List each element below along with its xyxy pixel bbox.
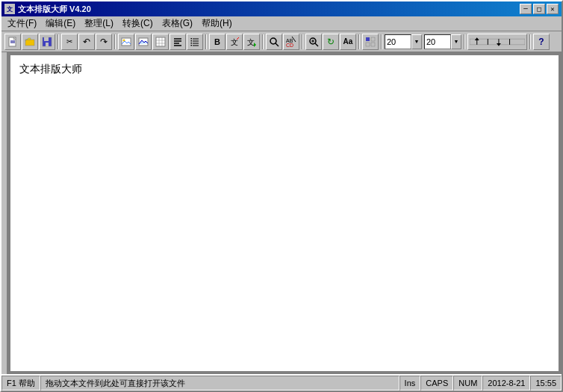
new-button[interactable]: [4, 34, 21, 50]
svg-rect-46: [371, 43, 375, 46]
save-button[interactable]: [39, 34, 55, 50]
num-indicator: NUM: [453, 376, 482, 391]
refresh-icon: ↻: [325, 36, 337, 48]
undo-button[interactable]: ↶: [78, 34, 95, 50]
date-display: 2012-8-21: [482, 376, 530, 391]
help-key-segment: F1 帮助: [1, 376, 40, 391]
toolbar-sep-1: [57, 34, 59, 49]
charmap-button[interactable]: Aа: [340, 34, 356, 50]
window-title: 文本排版大师 V4.20: [18, 4, 91, 15]
toolbar-sep-3: [205, 34, 207, 49]
format1-icon: 文: [228, 36, 240, 48]
svg-line-35: [276, 43, 279, 46]
svg-rect-27: [191, 40, 193, 42]
font-size-2-value: 20: [424, 34, 451, 49]
status-bar: F1 帮助 拖动文本文件到此处可直接打开该文件 Ins CAPS NUM 201…: [1, 374, 562, 391]
toolbar-sep-4: [262, 34, 264, 49]
help-icon: ?: [535, 36, 547, 48]
format2-button[interactable]: 文: [243, 34, 260, 50]
svg-rect-13: [156, 37, 165, 46]
open-button[interactable]: [22, 34, 38, 50]
bold-button[interactable]: B: [209, 34, 225, 50]
search-icon: [268, 36, 280, 48]
editor-page[interactable]: 文本排版大师: [10, 55, 559, 371]
date-text: 2012-8-21: [488, 379, 525, 388]
font-size-1-dropdown[interactable]: ▼: [411, 34, 422, 49]
bold-icon: B: [211, 36, 223, 48]
save-icon: [41, 36, 53, 48]
format1-button[interactable]: 文: [226, 34, 243, 50]
svg-rect-28: [191, 43, 193, 44]
menu-help[interactable]: 帮助(H): [197, 16, 237, 31]
svg-rect-9: [122, 38, 131, 46]
font-size-1-text: 20: [387, 37, 396, 46]
grid-view-button[interactable]: [362, 34, 379, 50]
refresh-button[interactable]: ↻: [323, 34, 339, 50]
menu-arrange[interactable]: 整理(L): [80, 16, 118, 31]
table-icon: [155, 36, 167, 48]
ruler-ctrl-button[interactable]: [467, 34, 527, 50]
caps-indicator: CAPS: [420, 376, 453, 391]
menu-convert[interactable]: 转换(C): [118, 16, 158, 31]
window-controls: ─ □ ✕: [520, 4, 559, 14]
align-icon: [172, 36, 184, 48]
image-icon: [120, 36, 132, 48]
font-size-2-dropdown[interactable]: ▼: [451, 34, 461, 49]
toolbar-sep-9: [529, 34, 531, 49]
ins-text: Ins: [405, 379, 416, 388]
title-bar: 文 文本排版大师 V4.20 ─ □ ✕: [1, 1, 562, 16]
grid-icon: [364, 36, 376, 48]
list-button[interactable]: [187, 34, 203, 50]
svg-point-34: [270, 38, 276, 44]
cut-button[interactable]: ✂: [61, 34, 78, 50]
font-size-1-value: 20: [385, 34, 411, 49]
help-button[interactable]: ?: [533, 34, 550, 50]
replace-button[interactable]: ABCD: [283, 34, 299, 50]
toolbar-sep-2: [114, 34, 116, 49]
toolbar-sep-8: [464, 34, 465, 49]
svg-text:CD: CD: [286, 43, 293, 47]
svg-rect-45: [366, 43, 370, 46]
zoom-button[interactable]: [305, 34, 322, 50]
left-margin: [1, 52, 7, 374]
svg-rect-44: [371, 37, 375, 41]
editor-wrapper[interactable]: 文本排版大师: [7, 52, 562, 374]
svg-text:文: 文: [247, 38, 255, 46]
open-icon: [24, 36, 36, 48]
new-icon: [7, 36, 19, 48]
svg-rect-4: [25, 40, 34, 46]
redo-icon: ↷: [98, 36, 110, 48]
font-size-2-text: 20: [426, 37, 435, 46]
num-text: NUM: [458, 379, 477, 388]
editor-content[interactable]: 文本排版大师: [19, 61, 550, 77]
close-button[interactable]: ✕: [547, 4, 559, 14]
search-button[interactable]: [266, 34, 282, 50]
svg-rect-43: [366, 37, 370, 41]
list-icon: [189, 36, 201, 48]
redo-button[interactable]: ↷: [96, 34, 112, 50]
menu-bar: 文件(F) 编辑(E) 整理(L) 转换(C) 表格(G) 帮助(H): [1, 16, 562, 31]
svg-line-40: [315, 43, 318, 46]
table-button[interactable]: [152, 34, 169, 50]
align-button[interactable]: [169, 34, 186, 50]
svg-rect-8: [46, 43, 49, 46]
minimize-button[interactable]: ─: [520, 4, 532, 14]
menu-edit[interactable]: 编辑(E): [41, 16, 80, 31]
toolbar-sep-6: [358, 34, 360, 49]
restore-button[interactable]: □: [533, 4, 545, 14]
ins-indicator: Ins: [399, 376, 421, 391]
toolbar: ✂ ↶ ↷: [1, 31, 562, 52]
toolbar-sep-7: [381, 34, 382, 49]
menu-table[interactable]: 表格(G): [158, 16, 197, 31]
image2-icon: [137, 36, 149, 48]
toolbar-sep-5: [302, 34, 303, 49]
format2-icon: 文: [246, 36, 258, 48]
svg-rect-26: [191, 38, 193, 40]
time-text: 15:55: [535, 379, 556, 388]
svg-marker-33: [254, 43, 256, 47]
menu-file[interactable]: 文件(F): [3, 16, 41, 31]
insert-image-button[interactable]: [118, 34, 134, 50]
time-display: 15:55: [530, 376, 562, 391]
zoom-icon: [308, 36, 320, 48]
insert-image2-button[interactable]: [135, 34, 152, 50]
